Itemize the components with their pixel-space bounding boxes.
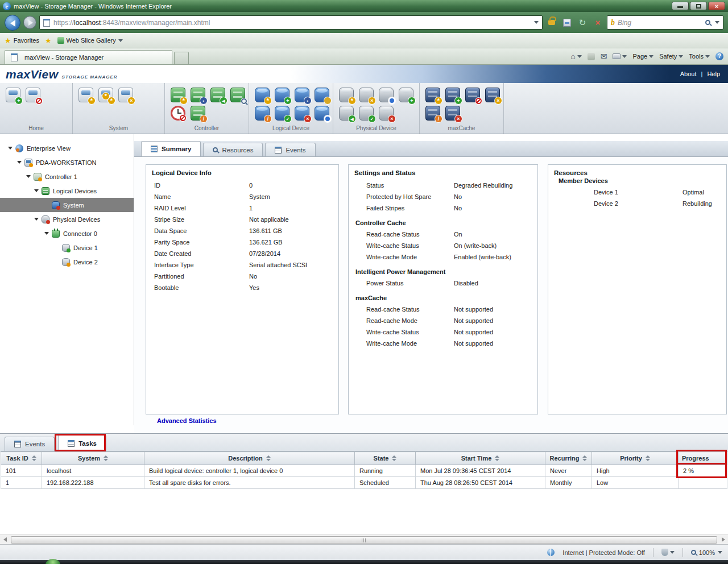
- security-lock-icon[interactable]: [545, 16, 558, 29]
- collapse-arrow-icon[interactable]: [17, 161, 22, 164]
- sort-icon[interactable]: [32, 455, 36, 461]
- sort-icon[interactable]: [392, 455, 396, 461]
- logical-settings-icon[interactable]: [255, 88, 270, 102]
- col-progress[interactable]: Progress: [679, 452, 727, 465]
- minimize-button[interactable]: [672, 2, 689, 10]
- table-row[interactable]: 1 192.168.222.188 Test all spare disks f…: [1, 477, 727, 489]
- sort-icon[interactable]: [582, 455, 587, 461]
- col-description[interactable]: Description: [144, 452, 355, 465]
- maxcache-edit-icon[interactable]: [425, 106, 440, 121]
- tab-resources[interactable]: Resources: [203, 143, 263, 156]
- home-button[interactable]: ⌂: [570, 52, 581, 60]
- physical-delete-icon[interactable]: [379, 106, 394, 121]
- table-row[interactable]: 101 localhost Build logical device: cont…: [1, 465, 727, 477]
- collapse-arrow-icon[interactable]: [26, 175, 31, 178]
- close-button[interactable]: ×: [708, 2, 725, 10]
- favorites-button[interactable]: ★ Favorites: [5, 36, 39, 45]
- system-config-error-icon[interactable]: [118, 88, 133, 102]
- controller-schedule-disabled-icon[interactable]: [171, 106, 185, 121]
- tree-item-controller-1[interactable]: Controller 1: [0, 169, 134, 184]
- feeds-icon[interactable]: [588, 53, 595, 60]
- address-field[interactable]: https://localhost:8443/maxview/manager/m…: [39, 15, 543, 30]
- scrollbar-thumb[interactable]: [11, 536, 717, 544]
- logical-delete-icon[interactable]: [295, 106, 309, 121]
- browser-tab[interactable]: maxView - Storage Manager: [5, 50, 172, 64]
- sort-icon[interactable]: [266, 455, 271, 461]
- tree-item-pda-workstation[interactable]: PDA-WORKSTATION: [0, 155, 134, 169]
- sort-icon[interactable]: [646, 455, 650, 461]
- compatibility-view-icon[interactable]: [561, 16, 573, 29]
- remove-system-icon[interactable]: [26, 88, 40, 102]
- col-system[interactable]: System: [42, 452, 144, 465]
- forward-button[interactable]: [23, 16, 36, 29]
- new-tab-button[interactable]: [174, 52, 189, 64]
- tree-item-device-1[interactable]: Device 1: [0, 240, 134, 255]
- physical-add-icon[interactable]: [399, 88, 413, 102]
- logical-edit-icon[interactable]: [255, 106, 270, 121]
- tree-item-physical-devices[interactable]: Physical Devices: [0, 212, 134, 226]
- help-icon[interactable]: ?: [715, 52, 723, 60]
- controller-flash-icon[interactable]: [191, 106, 205, 121]
- tab-events-bottom[interactable]: Events: [5, 437, 55, 451]
- web-slice-gallery-button[interactable]: Web Slice Gallery: [57, 37, 123, 44]
- about-link[interactable]: About: [680, 70, 697, 77]
- scroll-right-icon[interactable]: [718, 535, 728, 545]
- tree-item-device-2[interactable]: Device 2: [0, 255, 134, 269]
- maxcache-add-icon[interactable]: [445, 88, 460, 102]
- stop-icon[interactable]: ×: [592, 16, 604, 29]
- site-actions-button[interactable]: [661, 549, 675, 556]
- help-link[interactable]: Help: [707, 70, 720, 77]
- controller-settings-icon[interactable]: [171, 88, 185, 102]
- logical-schedule-icon[interactable]: [315, 106, 329, 121]
- logical-add-icon[interactable]: [275, 88, 289, 102]
- maxcache-delete-icon[interactable]: [445, 106, 460, 121]
- advanced-statistics-link[interactable]: Advanced Statistics: [157, 417, 217, 424]
- logical-migrate-icon[interactable]: [295, 88, 309, 102]
- back-button[interactable]: [5, 15, 20, 31]
- collapse-arrow-icon[interactable]: [8, 147, 13, 150]
- col-state[interactable]: State: [355, 452, 416, 465]
- tab-tasks[interactable]: Tasks: [58, 435, 106, 451]
- col-start-time[interactable]: Start Time: [416, 452, 545, 465]
- maxcache-disable-icon[interactable]: [465, 88, 480, 102]
- col-recurring[interactable]: Recurring: [545, 452, 592, 465]
- system-gears-icon[interactable]: [98, 88, 113, 102]
- controller-restore-icon[interactable]: [210, 88, 225, 102]
- collapse-arrow-icon[interactable]: [44, 232, 49, 235]
- tree-item-system[interactable]: System: [0, 198, 134, 212]
- maxcache-settings-icon[interactable]: [425, 88, 440, 102]
- collapse-arrow-icon[interactable]: [34, 189, 39, 192]
- physical-schedule-icon[interactable]: [379, 88, 394, 102]
- maxcache-info-icon[interactable]: [485, 88, 500, 102]
- tree-item-logical-devices[interactable]: Logical Devices: [0, 184, 134, 198]
- refresh-icon[interactable]: ↻: [576, 16, 589, 29]
- physical-settings-icon[interactable]: [339, 88, 354, 102]
- col-task-id[interactable]: Task ID: [1, 452, 42, 465]
- add-system-icon[interactable]: [6, 88, 20, 102]
- tab-summary[interactable]: Summary: [141, 141, 201, 156]
- add-favorite-button[interactable]: ★: [45, 36, 52, 45]
- physical-verify-icon[interactable]: [359, 106, 374, 121]
- collapse-arrow-icon[interactable]: [34, 218, 39, 221]
- address-dropdown-icon[interactable]: [534, 21, 539, 24]
- system-settings-icon[interactable]: [78, 88, 93, 102]
- tree-item-connector-0[interactable]: Connector 0: [0, 226, 134, 240]
- maximize-button[interactable]: [690, 2, 707, 10]
- scroll-left-icon[interactable]: [0, 535, 10, 545]
- search-dropdown-icon[interactable]: [715, 21, 719, 24]
- tools-menu[interactable]: Tools: [689, 53, 710, 60]
- horizontal-scrollbar[interactable]: [0, 534, 728, 544]
- read-mail-icon[interactable]: ✉: [601, 52, 607, 60]
- logical-lock-icon[interactable]: [315, 88, 329, 102]
- physical-error-icon[interactable]: [359, 88, 374, 102]
- physical-locate-icon[interactable]: [339, 106, 354, 121]
- tree-item-enterprise-view[interactable]: Enterprise View: [0, 141, 134, 155]
- controller-scan-icon[interactable]: [230, 88, 245, 102]
- controller-save-icon[interactable]: [191, 88, 205, 102]
- col-priority[interactable]: Priority: [592, 452, 679, 465]
- tab-events[interactable]: Events: [265, 143, 315, 156]
- logical-verify-icon[interactable]: [275, 106, 289, 121]
- sort-icon[interactable]: [104, 455, 108, 461]
- print-button[interactable]: [613, 53, 627, 59]
- page-menu[interactable]: Page: [632, 53, 653, 60]
